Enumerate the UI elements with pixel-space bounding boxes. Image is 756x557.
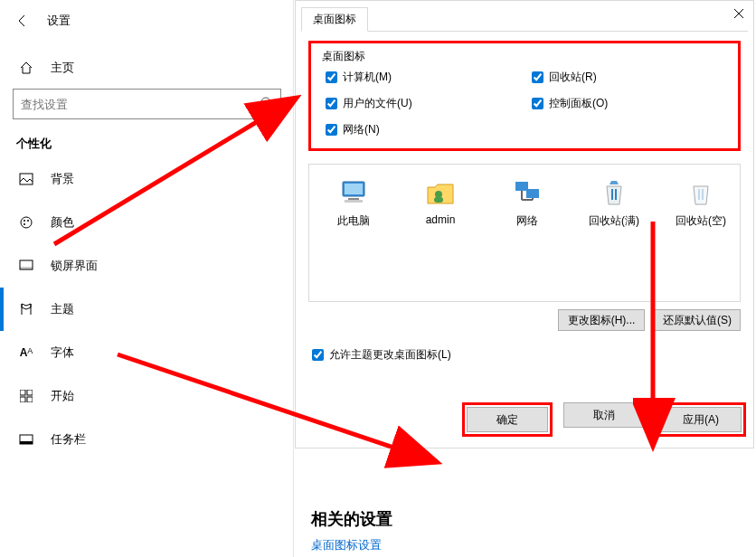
nav-label: 主题 xyxy=(51,301,74,317)
back-button[interactable] xyxy=(9,7,36,34)
desktop-icon-settings-link[interactable]: 桌面图标设置 xyxy=(311,537,382,553)
checkbox[interactable] xyxy=(312,349,324,361)
dialog-body: 桌面图标 计算机(M) 回收站(R) 用户的文件(U) 控制面板(O) 网络(N… xyxy=(301,31,748,402)
lockscreen-icon xyxy=(16,260,36,272)
nav-start[interactable]: 开始 xyxy=(0,374,294,418)
svg-point-3 xyxy=(21,217,32,228)
svg-rect-26 xyxy=(526,189,539,198)
check-label: 回收站(R) xyxy=(549,70,597,85)
svg-point-0 xyxy=(261,98,270,107)
header-title: 设置 xyxy=(47,13,71,29)
svg-point-4 xyxy=(24,220,25,222)
apply-highlight: 应用(A) xyxy=(656,402,746,437)
svg-rect-24 xyxy=(434,197,443,203)
apply-button[interactable]: 应用(A) xyxy=(660,407,742,432)
svg-point-5 xyxy=(27,220,29,222)
search-input[interactable] xyxy=(13,89,281,119)
divider xyxy=(293,0,294,557)
checkbox[interactable] xyxy=(326,124,337,136)
nav-label: 任务栏 xyxy=(51,431,86,448)
check-computer[interactable]: 计算机(M) xyxy=(326,70,523,85)
icon-recycle-full[interactable]: 回收站(满) xyxy=(584,177,644,229)
cancel-button[interactable]: 取消 xyxy=(563,402,645,428)
icon-network[interactable]: 网络 xyxy=(497,177,557,229)
check-network[interactable]: 网络(N) xyxy=(326,122,523,137)
home-label: 主页 xyxy=(51,60,74,76)
icon-label: admin xyxy=(411,213,470,226)
icon-preview-panel: 此电脑 admin 网络 回收站(满) 回收站(空) xyxy=(308,164,741,302)
section-title: 个性化 xyxy=(0,130,294,157)
check-label: 控制面板(O) xyxy=(549,96,608,111)
home-row[interactable]: 主页 xyxy=(0,51,294,85)
start-icon xyxy=(16,390,36,402)
ok-button[interactable]: 确定 xyxy=(467,407,548,432)
check-label: 网络(N) xyxy=(343,122,380,137)
svg-rect-25 xyxy=(515,182,528,191)
palette-icon xyxy=(16,215,36,230)
tab-desktop-icons[interactable]: 桌面图标 xyxy=(301,7,368,32)
close-button[interactable] xyxy=(730,5,748,23)
icon-label: 网络 xyxy=(497,213,557,229)
nav-colors[interactable]: 颜色 xyxy=(0,201,294,244)
svg-point-6 xyxy=(24,223,25,225)
search-wrap xyxy=(13,89,281,119)
settings-left-panel: 设置 主页 个性化 背景 颜色 锁屏界面 主题 AA 字体 开始 任务 xyxy=(0,0,294,557)
nav-themes[interactable]: 主题 xyxy=(0,288,294,331)
nav-label: 字体 xyxy=(51,345,74,361)
check-control[interactable]: 控制面板(O) xyxy=(532,96,729,111)
home-icon xyxy=(16,61,36,75)
svg-rect-2 xyxy=(20,174,33,184)
nav-label: 开始 xyxy=(51,388,74,404)
checkbox[interactable] xyxy=(326,71,337,83)
recycle-empty-icon xyxy=(685,177,716,208)
ok-highlight: 确定 xyxy=(462,402,553,437)
nav-lockscreen[interactable]: 锁屏界面 xyxy=(0,244,294,288)
nav-fonts[interactable]: AA 字体 xyxy=(0,331,294,374)
icon-admin[interactable]: admin xyxy=(411,177,470,229)
icon-recycle-empty[interactable]: 回收站(空) xyxy=(671,177,731,229)
taskbar-icon xyxy=(16,434,36,445)
change-icon-button[interactable]: 更改图标(H)... xyxy=(558,309,645,331)
nav-taskbar[interactable]: 任务栏 xyxy=(0,418,294,461)
arrow-left-icon xyxy=(15,14,30,28)
svg-rect-11 xyxy=(20,390,25,395)
svg-rect-13 xyxy=(20,397,25,402)
checkbox[interactable] xyxy=(532,98,543,109)
check-recycle[interactable]: 回收站(R) xyxy=(532,70,729,85)
check-userfiles[interactable]: 用户的文件(U) xyxy=(326,96,523,111)
tabstrip: 桌面图标 xyxy=(301,6,748,31)
related-settings-title: 相关的设置 xyxy=(311,508,392,530)
svg-rect-20 xyxy=(345,184,363,194)
check-label: 计算机(M) xyxy=(343,70,392,85)
icon-label: 回收站(空) xyxy=(671,213,731,229)
svg-rect-31 xyxy=(615,189,617,200)
nav-background[interactable]: 背景 xyxy=(0,157,294,201)
computer-icon xyxy=(338,177,369,208)
svg-rect-8 xyxy=(20,267,33,269)
nav-label: 颜色 xyxy=(51,214,74,231)
icon-label: 此电脑 xyxy=(324,213,383,229)
theme-icon xyxy=(16,302,36,316)
allow-theme-row[interactable]: 允许主题更改桌面图标(L) xyxy=(312,347,741,363)
group-legend: 桌面图标 xyxy=(320,49,367,64)
font-icon: AA xyxy=(16,346,36,359)
desktop-icons-group: 桌面图标 计算机(M) 回收站(R) 用户的文件(U) 控制面板(O) 网络(N… xyxy=(308,41,741,151)
svg-rect-30 xyxy=(611,189,613,200)
header: 设置 xyxy=(0,0,294,42)
svg-rect-14 xyxy=(27,397,33,402)
desktop-icons-dialog: 桌面图标 桌面图标 计算机(M) 回收站(R) 用户的文件(U) 控制面板(O)… xyxy=(295,0,754,448)
icon-label: 回收站(满) xyxy=(584,213,644,229)
check-label: 用户的文件(U) xyxy=(343,96,412,111)
picture-icon xyxy=(16,173,36,185)
svg-point-23 xyxy=(435,191,442,198)
user-folder-icon xyxy=(425,177,456,208)
icon-thispc[interactable]: 此电脑 xyxy=(324,177,383,229)
svg-rect-21 xyxy=(348,198,359,200)
checkbox[interactable] xyxy=(326,98,337,109)
checkbox[interactable] xyxy=(532,71,543,83)
icon-buttons-row: 更改图标(H)... 还原默认值(S) xyxy=(308,309,741,331)
svg-rect-33 xyxy=(702,189,704,200)
nav-label: 背景 xyxy=(51,171,74,187)
restore-default-button[interactable]: 还原默认值(S) xyxy=(654,309,741,331)
nav-label: 锁屏界面 xyxy=(51,258,98,274)
